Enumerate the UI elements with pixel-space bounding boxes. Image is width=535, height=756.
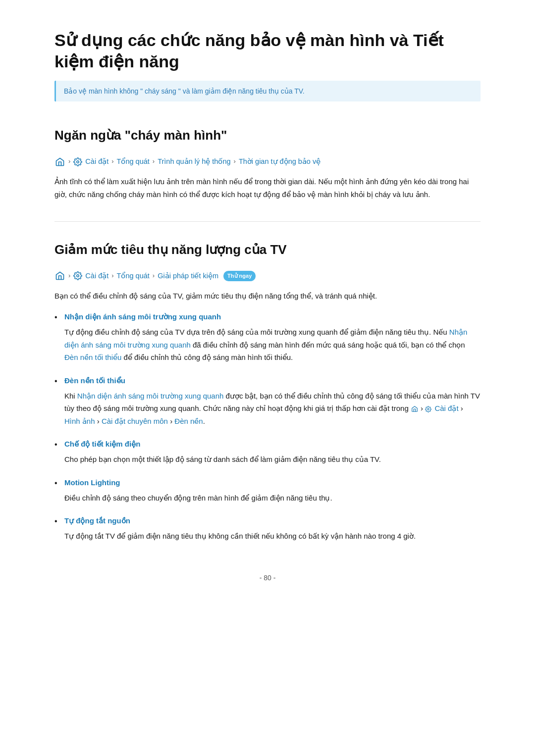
section2-body: Bạn có thể điều chỉnh độ sáng của TV, gi…	[54, 290, 481, 302]
subtitle-bar: Bảo vệ màn hình không " cháy sáng " và l…	[54, 81, 481, 101]
settings-icon-2	[73, 271, 82, 280]
list-item-backlight: Đèn nền tối thiểu Khi Nhận diện ánh sáng…	[54, 375, 481, 428]
sep-1b: ›	[111, 156, 113, 167]
settings-icon-inline	[425, 405, 432, 413]
breadcrumb-link-tong-quat-1[interactable]: Tổng quát	[117, 156, 150, 167]
section2-heading: Giảm mức tiêu thụ năng lượng của TV	[54, 240, 481, 260]
breadcrumb-link-cai-dat-2[interactable]: Cài đặt	[85, 270, 108, 282]
settings-icon-1	[73, 157, 82, 166]
section1-heading: Ngăn ngừa "cháy màn hình"	[54, 125, 481, 146]
sep-1d: ›	[234, 156, 236, 167]
home-icon-1	[54, 156, 65, 167]
bullet-desc-motion-lighting: Điều chỉnh độ sáng theo chuyển động trên…	[64, 494, 332, 502]
divider-1	[54, 221, 481, 222]
svg-point-2	[428, 408, 429, 410]
bullet-list: Nhận diện ánh sáng môi trường xung quanh…	[54, 311, 481, 543]
breadcrumb-row-1: › Cài đặt › Tổng quát › Trình quản lý hệ…	[54, 156, 481, 167]
section1-body: Ảnh tĩnh có thể làm xuất hiện lưu ảnh tr…	[54, 175, 481, 201]
inline-link-cai-dat-3[interactable]: Cài đặt	[434, 404, 458, 412]
home-icon-2	[54, 270, 65, 281]
try-now-badge: Thử ngay	[223, 271, 256, 282]
svg-point-0	[77, 160, 79, 163]
page-number: - 80 -	[54, 572, 481, 583]
sep-1c: ›	[153, 156, 155, 167]
bullet-desc-backlight: Khi Nhận diện ánh sáng môi trường xung q…	[64, 392, 480, 425]
home-icon-inline	[411, 405, 419, 413]
section-energy-saving: Giảm mức tiêu thụ năng lượng của TV › Cà…	[54, 240, 481, 543]
bullet-title-eco-mode[interactable]: Chế độ tiết kiệm điện	[64, 438, 481, 450]
list-item-motion-lighting: Motion Lighting Điều chỉnh độ sáng theo …	[54, 477, 481, 504]
breadcrumb-link-thoi-gian[interactable]: Thời gian tự động bảo vệ	[239, 156, 321, 167]
bullet-title-motion-lighting[interactable]: Motion Lighting	[64, 477, 481, 489]
breadcrumb-link-cai-dat-1[interactable]: Cài đặt	[85, 156, 108, 167]
bullet-desc-eco-mode: Cho phép bạn chọn một thiết lập độ sáng …	[64, 455, 381, 463]
inline-link-hinh-anh[interactable]: Hình ảnh	[64, 417, 95, 425]
page-container: Sử dụng các chức năng bảo vệ màn hình và…	[0, 0, 535, 756]
bullet-title-ambient[interactable]: Nhận diện ánh sáng môi trường xung quanh	[64, 311, 481, 323]
bullet-desc-auto-off: Tự động tắt TV để giảm điện năng tiêu th…	[64, 532, 416, 540]
list-item-ambient: Nhận diện ánh sáng môi trường xung quanh…	[54, 311, 481, 364]
breadcrumb-link-tong-quat-2[interactable]: Tổng quát	[117, 270, 150, 282]
sep-2c: ›	[153, 271, 155, 281]
list-item-eco-mode: Chế độ tiết kiệm điện Cho phép bạn chọn …	[54, 438, 481, 466]
bullet-title-backlight[interactable]: Đèn nền tối thiểu	[64, 375, 481, 387]
inline-link-ambient[interactable]: Nhận diện ánh sáng môi trường xung quanh	[64, 328, 467, 349]
svg-point-1	[77, 275, 79, 277]
sep-2b: ›	[111, 271, 113, 281]
bullet-desc-ambient: Tự động điều chỉnh độ sáng của TV dựa tr…	[64, 328, 467, 361]
section-screen-burn: Ngăn ngừa "cháy màn hình" › Cài đặt › Tổ…	[54, 125, 481, 201]
main-title: Sử dụng các chức năng bảo vệ màn hình và…	[54, 30, 481, 72]
inline-link-cai-dat-chuyen-mon[interactable]: Cài đặt chuyên môn	[102, 417, 168, 425]
bullet-title-auto-off[interactable]: Tự động tắt nguồn	[64, 515, 481, 527]
sep-1a: ›	[68, 156, 70, 167]
sep-2a: ›	[68, 271, 70, 281]
inline-link-ambient-2[interactable]: Nhận diện ánh sáng môi trường xung quanh	[77, 392, 224, 400]
subtitle-text: Bảo vệ màn hình không " cháy sáng " và l…	[64, 87, 305, 95]
breadcrumb-link-trinh-quan-ly[interactable]: Trình quản lý hệ thống	[158, 156, 230, 167]
breadcrumb-row-2: › Cài đặt › Tổng quát › Giải pháp tiết k…	[54, 270, 481, 282]
list-item-auto-off: Tự động tắt nguồn Tự động tắt TV để giảm…	[54, 515, 481, 543]
inline-link-den-nen[interactable]: Đèn nền tối thiểu	[64, 353, 121, 361]
breadcrumb-link-giai-phap[interactable]: Giải pháp tiết kiệm	[158, 270, 218, 282]
inline-link-den-nen-2[interactable]: Đèn nền	[174, 417, 203, 425]
